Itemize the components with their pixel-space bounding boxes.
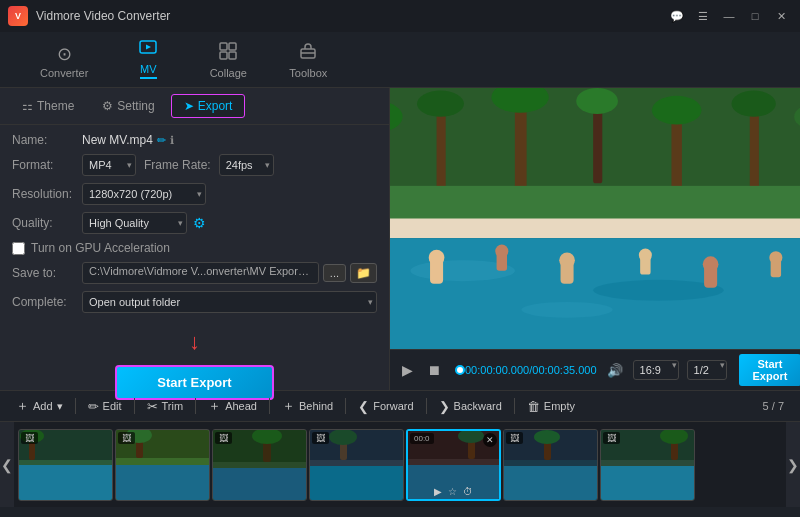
ahead-button[interactable]: ＋ Ahead [200, 394, 265, 418]
mv-label: MV [140, 63, 157, 79]
close-button[interactable]: ✕ [770, 7, 792, 25]
name-label: Name: [12, 133, 82, 147]
tab-mv[interactable]: MV [108, 32, 188, 87]
resolution-select[interactable]: 1280x720 (720p) 1920x1080 (1080p) 3840x2… [82, 183, 206, 205]
thumb-4-overlay: 🖼 [312, 432, 329, 444]
forward-label: Forward [373, 400, 413, 412]
arrow-indicator: ↓ [0, 331, 389, 355]
maximize-button[interactable]: □ [744, 7, 766, 25]
svg-rect-36 [640, 255, 650, 275]
film-thumb-5[interactable]: 00:0 ✕ ▶ ☆ ⏱ [406, 429, 501, 501]
film-thumb-4[interactable]: 🖼 [309, 429, 404, 501]
time-current: 00:00:00.000 [465, 364, 529, 376]
film-thumb-7[interactable]: 🖼 [600, 429, 695, 501]
behind-button[interactable]: ＋ Behind [274, 394, 341, 418]
fps-select[interactable]: 24fps 30fps 60fps [219, 154, 274, 176]
empty-label: Empty [544, 400, 575, 412]
behind-label: Behind [299, 400, 333, 412]
theme-label: Theme [37, 99, 74, 113]
svg-rect-3 [220, 52, 227, 59]
name-info-icon[interactable]: ℹ [170, 134, 174, 147]
complete-select[interactable]: Open output folder Do nothing [82, 291, 377, 313]
aspect-ratio-select[interactable]: 16:9 4:3 1:1 [633, 360, 679, 380]
filmstrip-nav-right[interactable]: ❯ [786, 422, 800, 507]
thumb-5-actions: ▶ ☆ ⏱ [408, 486, 499, 497]
app-title: Vidmore Video Converter [36, 9, 170, 23]
ahead-icon: ＋ [208, 397, 221, 415]
mv-icon [139, 38, 157, 61]
add-icon: ＋ [16, 397, 29, 415]
quality-select[interactable]: High Quality Medium Quality Low Quality [82, 212, 187, 234]
edit-icon: ✏ [88, 399, 99, 414]
forward-button[interactable]: ❮ Forward [350, 396, 421, 417]
saveto-row: Save to: C:\Vidmore\Vidmore V...onverter… [12, 262, 377, 284]
nav-tabs: ⊙ Converter MV Collage Toolbox [0, 32, 800, 88]
main-content: ⚏ Theme ⚙ Setting ➤ Export Name: New MV.… [0, 88, 800, 390]
player-controls: ▶ ⏹ 00:00:00.000/00:00:35.000 🔊 16:9 4:3… [390, 349, 800, 390]
svg-rect-55 [213, 468, 307, 501]
thumb-2-overlay: 🖼 [118, 432, 135, 444]
format-select[interactable]: MP4 AVI MOV [82, 154, 136, 176]
export-icon: ➤ [184, 99, 194, 113]
empty-button[interactable]: 🗑 Empty [519, 396, 583, 417]
name-edit-icon[interactable]: ✏ [157, 134, 166, 147]
svg-rect-60 [310, 466, 404, 501]
add-button[interactable]: ＋ Add ▾ [8, 394, 71, 418]
edit-label: Edit [103, 400, 122, 412]
format-label: Format: [12, 158, 82, 172]
thumb-clock-icon[interactable]: ⏱ [463, 486, 473, 497]
divider-7 [514, 398, 515, 414]
gpu-checkbox[interactable] [12, 242, 25, 255]
volume-button[interactable]: 🔊 [603, 361, 627, 380]
svg-point-28 [521, 302, 612, 318]
filmstrip-nav-left[interactable]: ❮ [0, 422, 14, 507]
divider-6 [426, 398, 427, 414]
gpu-row: Turn on GPU Acceleration [12, 241, 377, 255]
thumb-5-overlay: 00:0 [410, 433, 434, 444]
tab-setting[interactable]: ⚙ Setting [90, 95, 166, 117]
left-panel: ⚏ Theme ⚙ Setting ➤ Export Name: New MV.… [0, 88, 390, 390]
thumb-play-icon[interactable]: ▶ [434, 486, 442, 497]
converter-icon: ⊙ [57, 43, 72, 65]
tab-theme[interactable]: ⚏ Theme [10, 95, 86, 117]
saveto-folder-button[interactable]: 📁 [350, 263, 377, 283]
menu-button[interactable]: ☰ [692, 7, 714, 25]
thumb-7-overlay: 🖼 [603, 432, 620, 444]
play-button[interactable]: ▶ [398, 360, 417, 380]
right-start-export-button[interactable]: Start Export [739, 354, 800, 386]
setting-icon: ⚙ [102, 99, 113, 113]
tab-collage[interactable]: Collage [188, 36, 268, 87]
film-thumb-3[interactable]: 🖼 [212, 429, 307, 501]
filmstrip-content: 🖼 🖼 🖼 🖼 00:0 ✕ [14, 422, 786, 507]
theme-icon: ⚏ [22, 99, 33, 113]
scale-select[interactable]: 1/2 1/1 1/4 [687, 360, 727, 380]
svg-rect-30 [430, 258, 443, 284]
film-thumb-1[interactable]: 🖼 [18, 429, 113, 501]
edit-button[interactable]: ✏ Edit [80, 396, 130, 417]
film-thumb-6[interactable]: 🖼 [503, 429, 598, 501]
export-form: Name: New MV.mp4 ✏ ℹ Format: MP4 AVI MOV… [0, 125, 389, 331]
saveto-path: C:\Vidmore\Vidmore V...onverter\MV Expor… [82, 262, 319, 284]
stop-button[interactable]: ⏹ [423, 360, 445, 380]
thumb-5-close[interactable]: ✕ [483, 433, 497, 447]
time-display: 00:00:00.000/00:00:35.000 [465, 364, 597, 376]
trim-button[interactable]: ✂ Trim [139, 396, 192, 417]
thumb-star-icon[interactable]: ☆ [448, 486, 457, 497]
minimize-button[interactable]: — [718, 7, 740, 25]
chat-button[interactable]: 💬 [666, 7, 688, 25]
resolution-label: Resolution: [12, 187, 82, 201]
divider-3 [195, 398, 196, 414]
saveto-browse-button[interactable]: ... [323, 264, 346, 282]
svg-point-12 [417, 91, 464, 117]
svg-rect-1 [220, 43, 227, 50]
quality-gear-icon[interactable]: ⚙ [193, 215, 206, 231]
tab-converter[interactable]: ⊙ Converter [20, 37, 108, 87]
tab-toolbox[interactable]: Toolbox [268, 36, 348, 87]
film-thumb-2[interactable]: 🖼 [115, 429, 210, 501]
collage-icon [219, 42, 237, 65]
backward-button[interactable]: ❯ Backward [431, 396, 510, 417]
tab-export[interactable]: ➤ Export [171, 94, 246, 118]
collage-label: Collage [210, 67, 247, 79]
svg-rect-32 [497, 251, 507, 271]
titlebar: V Vidmore Video Converter 💬 ☰ — □ ✕ [0, 0, 800, 32]
